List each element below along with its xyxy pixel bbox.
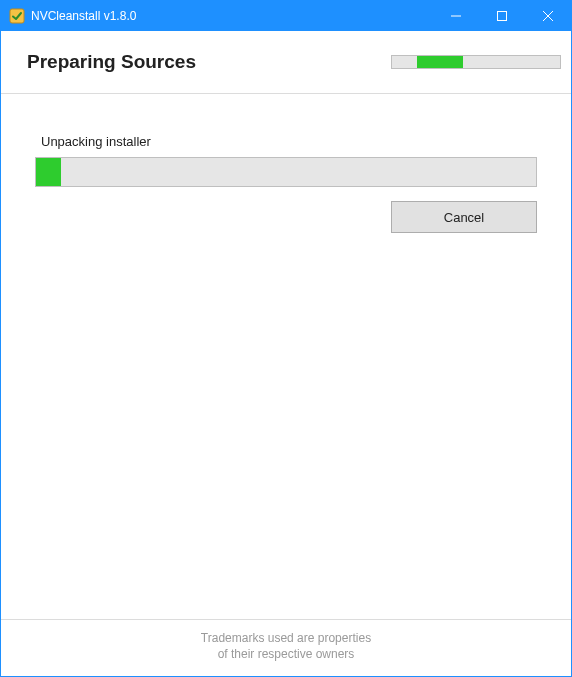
- header-progress-bar: [391, 55, 561, 69]
- footer-line1: Trademarks used are properties: [1, 630, 571, 646]
- header: Preparing Sources: [1, 31, 571, 94]
- close-button[interactable]: [525, 1, 571, 31]
- app-icon: [9, 8, 25, 24]
- footer: Trademarks used are properties of their …: [1, 619, 571, 676]
- page-title: Preparing Sources: [27, 51, 196, 73]
- minimize-button[interactable]: [433, 1, 479, 31]
- cancel-row: Cancel: [35, 201, 537, 233]
- main-progress-fill: [36, 158, 61, 186]
- body: Unpacking installer Cancel: [1, 94, 571, 619]
- footer-line2: of their respective owners: [1, 646, 571, 662]
- window-title: NVCleanstall v1.8.0: [31, 9, 136, 23]
- titlebar: NVCleanstall v1.8.0: [1, 1, 571, 31]
- header-progress-fill: [417, 56, 462, 68]
- maximize-button[interactable]: [479, 1, 525, 31]
- svg-rect-2: [498, 12, 507, 21]
- app-window: NVCleanstall v1.8.0 Preparing Sources Un…: [0, 0, 572, 677]
- svg-rect-0: [10, 9, 24, 23]
- main-progress-bar: [35, 157, 537, 187]
- status-label: Unpacking installer: [41, 134, 537, 149]
- cancel-button[interactable]: Cancel: [391, 201, 537, 233]
